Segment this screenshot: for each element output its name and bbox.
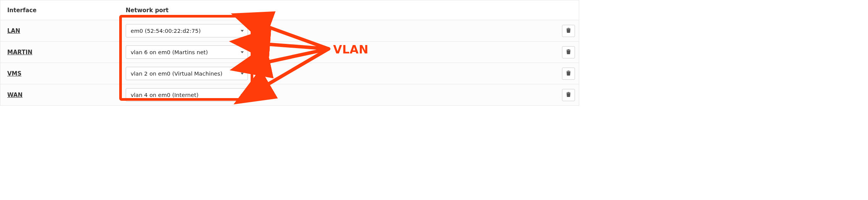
trash-icon xyxy=(566,49,571,56)
interface-link-martin[interactable]: MARTIN xyxy=(7,49,32,56)
network-port-select-wan[interactable]: vlan 4 on em0 (Internet) xyxy=(126,88,248,102)
chevron-down-icon xyxy=(241,30,244,32)
col-header-interface: Interface xyxy=(0,3,123,18)
table-row: VMS vlan 2 on em0 (Virtual Machines) xyxy=(0,63,579,84)
network-port-select-martin[interactable]: vlan 6 on em0 (Martins net) xyxy=(126,45,248,59)
trash-icon xyxy=(566,27,571,34)
col-header-network-port: Network port xyxy=(123,3,325,18)
delete-button[interactable] xyxy=(562,89,575,101)
select-value: em0 (52:54:00:22:d2:75) xyxy=(131,28,201,34)
interface-link-lan[interactable]: LAN xyxy=(7,27,20,34)
table-row: MARTIN vlan 6 on em0 (Martins net) xyxy=(0,42,579,63)
network-port-select-lan[interactable]: em0 (52:54:00:22:d2:75) xyxy=(126,24,248,37)
delete-button[interactable] xyxy=(562,46,575,58)
select-value: vlan 2 on em0 (Virtual Machines) xyxy=(131,71,222,77)
select-value: vlan 6 on em0 (Martins net) xyxy=(131,49,208,55)
network-port-select-vms[interactable]: vlan 2 on em0 (Virtual Machines) xyxy=(126,67,248,80)
table-row: LAN em0 (52:54:00:22:d2:75) xyxy=(0,20,579,42)
interface-link-wan[interactable]: WAN xyxy=(7,92,23,98)
interface-link-vms[interactable]: VMS xyxy=(7,70,21,77)
table-header-row: Interface Network port xyxy=(0,0,579,20)
chevron-down-icon xyxy=(241,51,244,53)
trash-icon xyxy=(566,92,571,98)
interface-assignment-table: Interface Network port LAN em0 (52:54:00… xyxy=(0,0,579,106)
trash-icon xyxy=(566,70,571,77)
select-value: vlan 4 on em0 (Internet) xyxy=(131,92,199,98)
chevron-down-icon xyxy=(241,73,244,74)
delete-button[interactable] xyxy=(562,68,575,80)
chevron-down-icon xyxy=(241,94,244,96)
delete-button[interactable] xyxy=(562,25,575,37)
table-row: WAN vlan 4 on em0 (Internet) xyxy=(0,84,579,106)
